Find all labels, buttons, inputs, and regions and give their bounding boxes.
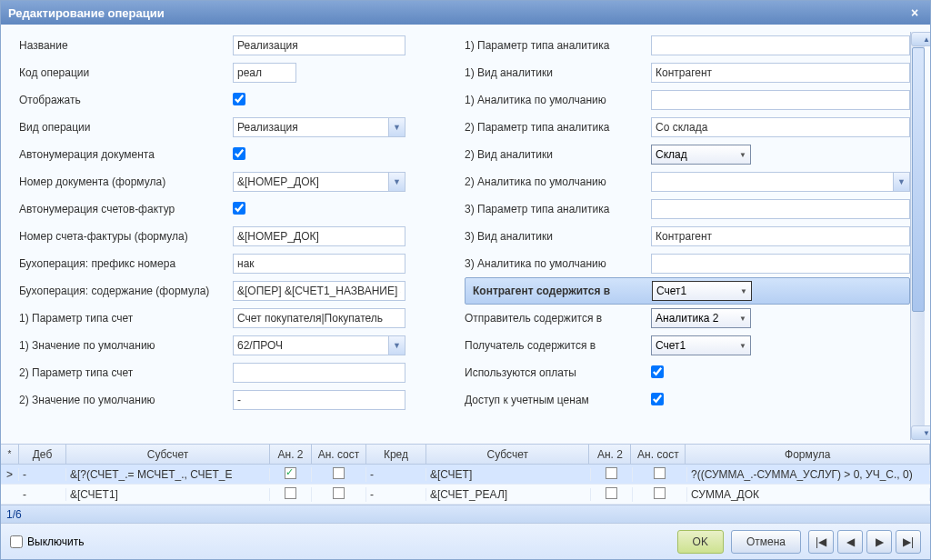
buh-prefix-input[interactable] (233, 254, 405, 274)
p2-param-input[interactable] (651, 117, 910, 137)
cell-kred: - (366, 468, 426, 481)
grid-header-an2b[interactable]: Ан. 2 (589, 445, 631, 464)
param1-type-input[interactable] (233, 308, 405, 328)
p1-param-input[interactable] (651, 35, 910, 55)
buh-prefix-label: Бухоперация: префикс номера (19, 257, 233, 270)
grid-header-deb[interactable]: Деб (19, 445, 66, 464)
vertical-scrollbar[interactable]: ▲ ▼ (910, 32, 925, 440)
grid-header-marker[interactable]: * (1, 445, 19, 464)
cell-anc2[interactable] (633, 467, 687, 482)
p2-type-label: 2) Вид аналитики (465, 148, 651, 161)
chevron-down-icon: ▼ (739, 342, 746, 350)
p2-def-label: 2) Аналитика по умолчанию (465, 175, 651, 188)
prices-access-label: Доступ к учетным ценам (465, 394, 651, 406)
param2-type-label: 2) Параметр типа счет (19, 366, 233, 379)
ok-button[interactable]: OK (677, 530, 724, 554)
display-checkbox[interactable] (233, 93, 245, 105)
cell-kred: - (366, 488, 426, 501)
cont-in-select[interactable]: Счет1▼ (652, 281, 752, 301)
cell-an2a[interactable] (270, 467, 312, 482)
prev-button[interactable]: ◀ (837, 530, 863, 554)
code-label: Код операции (19, 66, 233, 79)
cell-an2b[interactable] (591, 487, 633, 502)
p3-type-label: 3) Вид аналитики (465, 230, 651, 243)
p3-def-input[interactable] (651, 254, 910, 274)
close-icon[interactable]: × (906, 5, 923, 20)
scroll-up-icon[interactable]: ▲ (911, 32, 930, 46)
code-input[interactable] (233, 63, 296, 83)
sfnum-formula-input[interactable] (233, 226, 405, 246)
cell-anc1[interactable] (312, 467, 366, 482)
table-row[interactable]: -&[СЧЕТ1]-&[СЧЕТ_РЕАЛ]СУММА_ДОК (1, 485, 930, 505)
sender-in-value: Аналитика 2 (656, 312, 718, 325)
cell-sub1: &[СЧЕТ1] (66, 488, 270, 501)
p2-param-label: 2) Параметр типа аналитика (465, 121, 651, 134)
param1-default-input[interactable] (233, 335, 405, 355)
autonum-sf-checkbox[interactable] (233, 202, 245, 215)
buh-content-label: Бухоперация: содержание (формула) (19, 285, 233, 297)
grid-header-kred[interactable]: Кред (366, 445, 426, 464)
first-button[interactable]: |◀ (808, 530, 834, 554)
p2-def-input[interactable] (651, 172, 910, 192)
grid-body: >-&[?(СЧЕТ_.= МСЧЕТ_., СЧЕТ_Е-&[СЧЕТ]?((… (1, 465, 930, 505)
table-row[interactable]: >-&[?(СЧЕТ_.= МСЧЕТ_., СЧЕТ_Е-&[СЧЕТ]?((… (1, 465, 930, 485)
prices-access-checkbox[interactable] (651, 393, 664, 405)
disable-label: Выключить (27, 535, 84, 548)
receiver-in-select[interactable]: Счет1▼ (651, 335, 751, 355)
p1-param-label: 1) Параметр типа аналитика (465, 39, 651, 52)
p3-param-input[interactable] (651, 199, 910, 219)
grid-header-sub2[interactable]: Субсчет (426, 445, 589, 464)
param2-default-input[interactable] (233, 390, 405, 410)
cont-in-label: Контрагент содержится в (466, 285, 652, 297)
p1-def-label: 1) Аналитика по умолчанию (465, 94, 651, 106)
name-input[interactable] (233, 35, 405, 55)
cancel-button[interactable]: Отмена (731, 530, 801, 554)
docnum-formula-label: Номер документа (формула) (19, 175, 233, 188)
cell-sub1: &[?(СЧЕТ_.= МСЧЕТ_., СЧЕТ_Е (66, 468, 270, 481)
docnum-formula-input[interactable] (233, 172, 405, 192)
receiver-in-label: Получатель содержится в (465, 339, 651, 352)
p3-param-label: 3) Параметр типа аналитика (465, 203, 651, 215)
optype-label: Вид операции (19, 121, 233, 134)
grid-header-anc1[interactable]: Ан. сост (312, 445, 366, 464)
grid-header-formula[interactable]: Формула (686, 445, 930, 464)
autonum-sf-label: Автонумерация счетов-фактур (19, 203, 233, 215)
param1-type-label: 1) Параметр типа счет (19, 312, 233, 325)
p1-type-input[interactable] (651, 63, 910, 83)
disable-checkbox[interactable] (10, 535, 23, 548)
cont-in-value: Счет1 (656, 285, 686, 297)
chevron-down-icon: ▼ (739, 315, 746, 323)
grid-header-an2a[interactable]: Ан. 2 (270, 445, 312, 464)
p1-type-label: 1) Вид аналитики (465, 66, 651, 79)
cell-anc2[interactable] (633, 487, 687, 502)
grid-footer: 1/6 (1, 505, 930, 523)
optype-select[interactable] (233, 117, 405, 137)
chevron-down-icon: ▼ (739, 151, 746, 159)
autonum-doc-checkbox[interactable] (233, 147, 245, 160)
cell-anc1[interactable] (312, 487, 366, 502)
display-label: Отображать (19, 94, 233, 106)
p3-type-input[interactable] (651, 226, 910, 246)
dialog-window: Редактирование операции × Название Код о… (0, 0, 931, 560)
param2-type-input[interactable] (233, 363, 405, 383)
grid-header-sub1[interactable]: Субсчет (66, 445, 270, 464)
buh-content-input[interactable] (233, 281, 405, 301)
scroll-down-icon[interactable]: ▼ (911, 425, 930, 440)
autonum-doc-label: Автонумерация документа (19, 148, 233, 161)
last-button[interactable]: ▶| (896, 530, 921, 554)
cell-an2a[interactable] (270, 487, 312, 502)
grid-header-anc2[interactable]: Ан. сост (631, 445, 686, 464)
name-label: Название (19, 39, 233, 52)
form-column-left: Название Код операции Отображать Вид опе… (19, 32, 465, 440)
content-area: Название Код операции Отображать Вид опе… (1, 25, 930, 559)
next-button[interactable]: ▶ (866, 530, 892, 554)
payments-checkbox[interactable] (651, 365, 664, 378)
param1-default-label: 1) Значение по умолчанию (19, 339, 233, 352)
p1-def-input[interactable] (651, 90, 910, 110)
cell-an2b[interactable] (591, 467, 633, 482)
param2-default-label: 2) Значение по умолчанию (19, 394, 233, 406)
scroll-thumb[interactable] (912, 47, 925, 312)
sender-in-select[interactable]: Аналитика 2▼ (651, 308, 751, 328)
p2-type-select[interactable]: Склад▼ (651, 145, 751, 165)
grid: * Деб Субсчет Ан. 2 Ан. сост Кред Субсче… (1, 444, 930, 523)
